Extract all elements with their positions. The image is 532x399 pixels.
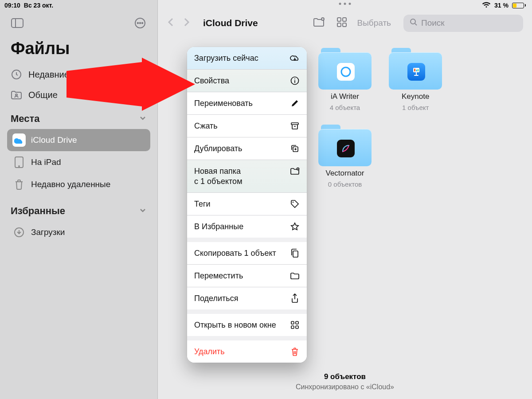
search-icon [410,18,418,28]
status-bar-left: 09:10 Вс 23 окт. [0,0,157,11]
svg-rect-20 [414,75,419,76]
section-locations[interactable]: Места [0,105,157,127]
ctx-label: Теги [194,200,211,209]
folder-meta: 4 объекта [330,104,360,111]
svg-rect-34 [296,326,298,329]
context-menu: Загрузить сейчас Свойства Переименовать … [187,47,307,363]
footer: 9 объектов Синхронизировано с «iCloud» [158,372,532,391]
ctx-copy[interactable]: Скопировать 1 объект [187,242,307,265]
svg-rect-23 [418,69,419,71]
chevron-down-icon [139,205,147,217]
svg-point-9 [19,166,20,167]
sidebar-item-label: iCloud Drive [31,135,77,145]
sidebar-item-label: Недавние [28,70,69,80]
share-icon [290,293,300,303]
ctx-new-folder-with-item[interactable]: Новая папка с 1 объектом [187,160,307,193]
folder-item[interactable]: Keynote 1 объект [382,48,449,111]
keynote-app-icon [407,63,425,81]
ctx-label: Загрузить сейчас [194,54,258,63]
sidebar-item-recently-deleted[interactable]: Недавно удаленные [7,173,150,196]
ctx-download-now[interactable]: Загрузить сейчас [187,47,307,70]
ctx-open-new-window[interactable]: Открыть в новом окне [187,314,307,336]
sidebar-item-label: Загрузки [31,227,65,237]
svg-rect-30 [293,251,298,257]
search-input[interactable]: Поиск [403,15,523,32]
svg-rect-15 [343,23,346,27]
folder-item[interactable]: iA Writer 4 объекта [311,48,378,111]
sidebar-item-downloads[interactable]: Загрузки [7,221,150,243]
sidebar-item-icloud-drive[interactable]: iCloud Drive [7,129,150,151]
new-folder-button[interactable] [311,16,327,31]
tag-icon [290,199,300,209]
nav-bar: iCloud Drive Выбрать Поиск [158,11,532,35]
svg-rect-0 [12,19,23,27]
svg-point-5 [142,23,143,23]
svg-rect-21 [414,69,415,71]
ctx-label: В Избранные [194,222,243,231]
ctx-get-info[interactable]: Свойства [187,70,307,92]
ctx-label: Свойства [194,76,229,86]
chevron-down-icon [139,113,147,125]
view-grid-button[interactable] [335,15,349,31]
back-button[interactable] [167,17,175,29]
sidebar-item-recents[interactable]: Недавние [0,64,157,85]
ctx-label: Сжать [194,121,218,131]
svg-point-3 [137,23,138,23]
grid-icon [290,320,300,330]
wifi-icon [482,2,491,9]
ctx-share[interactable]: Поделиться [187,287,307,309]
select-button[interactable]: Выбрать [357,18,391,28]
folder-meta: 1 объект [402,104,429,111]
ctx-favorite[interactable]: В Избранные [187,215,307,238]
toggle-sidebar-icon[interactable] [11,16,24,30]
ctx-label: Переименовать [194,99,253,108]
clock-icon [11,69,22,80]
search-placeholder: Поиск [421,18,445,28]
multitask-dots-icon[interactable] [339,3,351,5]
status-time: 09:10 [4,2,20,9]
star-icon [290,222,300,231]
sync-status: Синхронизировано с «iCloud» [158,383,532,391]
ctx-label: Новая папка [194,166,243,176]
folder-icon [318,48,372,90]
svg-rect-33 [291,326,294,329]
svg-rect-31 [291,321,294,324]
ctx-duplicate[interactable]: Дублировать [187,137,307,160]
folder-item[interactable]: Vectornator 0 объектов [311,125,378,188]
status-bar-right: 31 % [158,0,532,11]
ctx-label: Переместить [194,271,243,281]
status-date: Вс 23 окт. [24,2,53,9]
iawriter-app-icon [337,63,355,81]
breadcrumb-title[interactable]: iCloud Drive [203,18,258,28]
sidebar-item-label: Недавно удаленные [31,180,110,189]
folder-name: iA Writer [331,92,359,101]
icloud-icon [12,133,26,147]
ctx-label: Поделиться [194,294,238,303]
svg-rect-13 [343,18,346,21]
info-icon [290,76,300,86]
forward-button[interactable] [183,17,191,29]
svg-rect-32 [296,321,298,324]
svg-point-16 [411,19,415,24]
battery-icon [512,3,526,8]
section-favorites[interactable]: Избранные [0,197,157,219]
ctx-move[interactable]: Переместить [187,265,307,287]
ctx-label: Скопировать 1 объект [194,249,276,258]
sidebar-item-shared[interactable]: Общие [0,85,157,105]
ctx-compress[interactable]: Сжать [187,115,307,137]
download-icon [12,226,26,239]
folder-icon [290,271,300,281]
svg-rect-26 [291,123,298,125]
ctx-tags[interactable]: Теги [187,193,307,215]
item-count: 9 объектов [158,372,532,381]
sidebar-item-on-ipad[interactable]: На iPad [7,151,150,173]
sidebar-item-label: Общие [28,90,58,100]
svg-point-4 [140,23,141,23]
svg-point-25 [294,78,295,79]
ipad-icon [12,156,26,169]
ctx-rename[interactable]: Переименовать [187,92,307,115]
sidebar: 09:10 Вс 23 окт. Файлы Недавние Общие Ме… [0,0,158,399]
folder-plus-icon [290,166,300,176]
ctx-delete[interactable]: Удалить [187,340,307,363]
more-icon[interactable] [133,16,147,30]
